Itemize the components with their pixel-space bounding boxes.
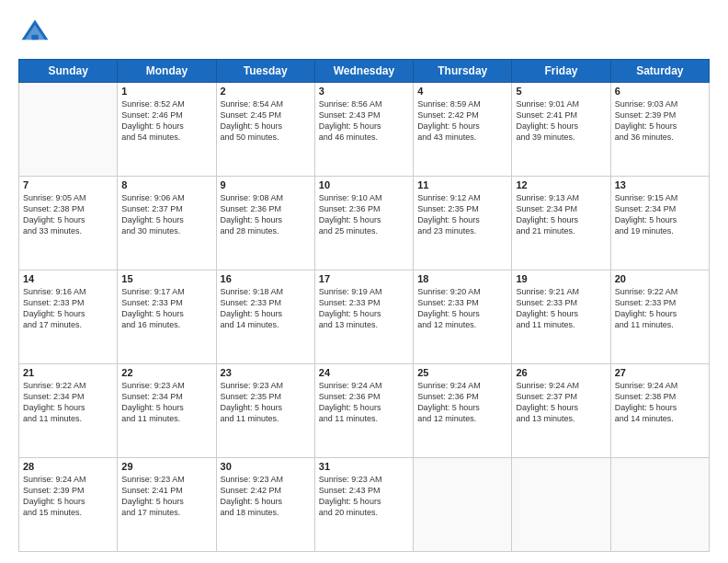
day-number: 28 (23, 461, 113, 472)
day-info: Sunrise: 9:21 AM Sunset: 2:33 PM Dayligh… (516, 286, 606, 331)
day-number: 2 (221, 86, 311, 97)
day-info: Sunrise: 8:56 AM Sunset: 2:43 PM Dayligh… (319, 98, 409, 144)
day-info: Sunrise: 8:59 AM Sunset: 2:42 PM Dayligh… (417, 98, 507, 144)
calendar-cell: 15Sunrise: 9:17 AM Sunset: 2:33 PM Dayli… (118, 270, 216, 364)
calendar-cell: 28Sunrise: 9:24 AM Sunset: 2:39 PM Dayli… (19, 458, 118, 552)
day-info: Sunrise: 9:06 AM Sunset: 2:37 PM Dayligh… (121, 192, 211, 237)
day-info: Sunrise: 9:16 AM Sunset: 2:33 PM Dayligh… (23, 286, 113, 331)
day-number: 5 (516, 86, 606, 97)
calendar-cell: 27Sunrise: 9:24 AM Sunset: 2:38 PM Dayli… (610, 364, 709, 458)
calendar-cell: 12Sunrise: 9:13 AM Sunset: 2:34 PM Dayli… (512, 177, 610, 270)
calendar-cell (610, 458, 709, 552)
weekday-header-wednesday: Wednesday (314, 60, 413, 83)
calendar-cell (19, 83, 118, 177)
day-number: 8 (121, 179, 211, 190)
day-info: Sunrise: 9:20 AM Sunset: 2:33 PM Dayligh… (417, 286, 507, 331)
day-info: Sunrise: 9:01 AM Sunset: 2:41 PM Dayligh… (516, 98, 606, 144)
weekday-header-saturday: Saturday (610, 60, 709, 83)
day-info: Sunrise: 9:23 AM Sunset: 2:35 PM Dayligh… (221, 380, 311, 425)
day-number: 20 (615, 273, 705, 284)
header (18, 17, 710, 50)
calendar-cell: 7Sunrise: 9:05 AM Sunset: 2:38 PM Daylig… (19, 177, 118, 270)
day-info: Sunrise: 9:23 AM Sunset: 2:41 PM Dayligh… (121, 474, 211, 519)
day-number: 27 (615, 367, 705, 378)
calendar-cell: 24Sunrise: 9:24 AM Sunset: 2:36 PM Dayli… (314, 364, 413, 458)
day-number: 9 (221, 179, 311, 190)
calendar-cell: 26Sunrise: 9:24 AM Sunset: 2:37 PM Dayli… (512, 364, 610, 458)
calendar-table: SundayMondayTuesdayWednesdayThursdayFrid… (18, 59, 710, 552)
day-number: 29 (121, 461, 211, 472)
day-number: 11 (417, 179, 507, 190)
day-info: Sunrise: 9:12 AM Sunset: 2:35 PM Dayligh… (417, 192, 507, 237)
svg-rect-2 (31, 35, 38, 40)
day-info: Sunrise: 9:24 AM Sunset: 2:39 PM Dayligh… (23, 474, 113, 519)
day-number: 4 (417, 86, 507, 97)
calendar-cell: 21Sunrise: 9:22 AM Sunset: 2:34 PM Dayli… (19, 364, 118, 458)
day-number: 30 (221, 461, 311, 472)
day-number: 18 (417, 273, 507, 284)
page: SundayMondayTuesdayWednesdayThursdayFrid… (0, 0, 728, 563)
calendar-cell: 14Sunrise: 9:16 AM Sunset: 2:33 PM Dayli… (19, 270, 118, 364)
day-number: 14 (23, 273, 113, 284)
week-row-5: 28Sunrise: 9:24 AM Sunset: 2:39 PM Dayli… (19, 458, 710, 552)
day-info: Sunrise: 9:08 AM Sunset: 2:36 PM Dayligh… (221, 192, 311, 237)
day-info: Sunrise: 9:13 AM Sunset: 2:34 PM Dayligh… (516, 192, 606, 237)
day-info: Sunrise: 9:22 AM Sunset: 2:33 PM Dayligh… (615, 286, 705, 331)
weekday-header-tuesday: Tuesday (216, 60, 314, 83)
week-row-3: 14Sunrise: 9:16 AM Sunset: 2:33 PM Dayli… (19, 270, 710, 364)
day-info: Sunrise: 9:23 AM Sunset: 2:34 PM Dayligh… (121, 380, 211, 425)
calendar-cell: 25Sunrise: 9:24 AM Sunset: 2:36 PM Dayli… (414, 364, 512, 458)
calendar-cell: 30Sunrise: 9:23 AM Sunset: 2:42 PM Dayli… (216, 458, 314, 552)
day-info: Sunrise: 9:23 AM Sunset: 2:43 PM Dayligh… (319, 474, 409, 519)
weekday-header-sunday: Sunday (19, 60, 118, 83)
day-info: Sunrise: 8:54 AM Sunset: 2:45 PM Dayligh… (221, 98, 311, 144)
calendar-cell: 8Sunrise: 9:06 AM Sunset: 2:37 PM Daylig… (118, 177, 216, 270)
calendar-cell: 29Sunrise: 9:23 AM Sunset: 2:41 PM Dayli… (118, 458, 216, 552)
day-info: Sunrise: 8:52 AM Sunset: 2:46 PM Dayligh… (121, 98, 211, 144)
day-info: Sunrise: 9:24 AM Sunset: 2:36 PM Dayligh… (417, 380, 507, 425)
weekday-header-thursday: Thursday (414, 60, 512, 83)
calendar-cell: 17Sunrise: 9:19 AM Sunset: 2:33 PM Dayli… (314, 270, 413, 364)
calendar-cell: 6Sunrise: 9:03 AM Sunset: 2:39 PM Daylig… (610, 83, 709, 177)
logo-icon (18, 17, 51, 50)
day-info: Sunrise: 9:17 AM Sunset: 2:33 PM Dayligh… (121, 286, 211, 331)
calendar-cell: 23Sunrise: 9:23 AM Sunset: 2:35 PM Dayli… (216, 364, 314, 458)
weekday-header-friday: Friday (512, 60, 610, 83)
calendar-cell: 5Sunrise: 9:01 AM Sunset: 2:41 PM Daylig… (512, 83, 610, 177)
day-info: Sunrise: 9:23 AM Sunset: 2:42 PM Dayligh… (221, 474, 311, 519)
day-number: 23 (221, 367, 311, 378)
day-number: 12 (516, 179, 606, 190)
day-number: 17 (319, 273, 409, 284)
day-info: Sunrise: 9:19 AM Sunset: 2:33 PM Dayligh… (319, 286, 409, 331)
calendar-cell: 22Sunrise: 9:23 AM Sunset: 2:34 PM Dayli… (118, 364, 216, 458)
day-number: 21 (23, 367, 113, 378)
day-number: 13 (615, 179, 705, 190)
day-info: Sunrise: 9:24 AM Sunset: 2:36 PM Dayligh… (319, 380, 409, 425)
calendar-cell: 3Sunrise: 8:56 AM Sunset: 2:43 PM Daylig… (314, 83, 413, 177)
day-info: Sunrise: 9:24 AM Sunset: 2:37 PM Dayligh… (516, 380, 606, 425)
calendar-cell: 19Sunrise: 9:21 AM Sunset: 2:33 PM Dayli… (512, 270, 610, 364)
calendar-cell: 4Sunrise: 8:59 AM Sunset: 2:42 PM Daylig… (414, 83, 512, 177)
day-info: Sunrise: 9:15 AM Sunset: 2:34 PM Dayligh… (615, 192, 705, 237)
week-row-2: 7Sunrise: 9:05 AM Sunset: 2:38 PM Daylig… (19, 177, 710, 270)
day-info: Sunrise: 9:05 AM Sunset: 2:38 PM Dayligh… (23, 192, 113, 237)
day-info: Sunrise: 9:24 AM Sunset: 2:38 PM Dayligh… (615, 380, 705, 425)
day-info: Sunrise: 9:18 AM Sunset: 2:33 PM Dayligh… (221, 286, 311, 331)
calendar-cell: 2Sunrise: 8:54 AM Sunset: 2:45 PM Daylig… (216, 83, 314, 177)
calendar-cell: 9Sunrise: 9:08 AM Sunset: 2:36 PM Daylig… (216, 177, 314, 270)
day-number: 15 (121, 273, 211, 284)
calendar-cell (414, 458, 512, 552)
day-number: 6 (615, 86, 705, 97)
day-number: 31 (319, 461, 409, 472)
day-number: 16 (221, 273, 311, 284)
logo (18, 17, 57, 50)
week-row-1: 1Sunrise: 8:52 AM Sunset: 2:46 PM Daylig… (19, 83, 710, 177)
calendar-cell: 11Sunrise: 9:12 AM Sunset: 2:35 PM Dayli… (414, 177, 512, 270)
weekday-header-monday: Monday (118, 60, 216, 83)
day-number: 26 (516, 367, 606, 378)
calendar-cell: 20Sunrise: 9:22 AM Sunset: 2:33 PM Dayli… (610, 270, 709, 364)
calendar-cell: 13Sunrise: 9:15 AM Sunset: 2:34 PM Dayli… (610, 177, 709, 270)
calendar-cell (512, 458, 610, 552)
calendar-cell: 31Sunrise: 9:23 AM Sunset: 2:43 PM Dayli… (314, 458, 413, 552)
calendar-cell: 18Sunrise: 9:20 AM Sunset: 2:33 PM Dayli… (414, 270, 512, 364)
